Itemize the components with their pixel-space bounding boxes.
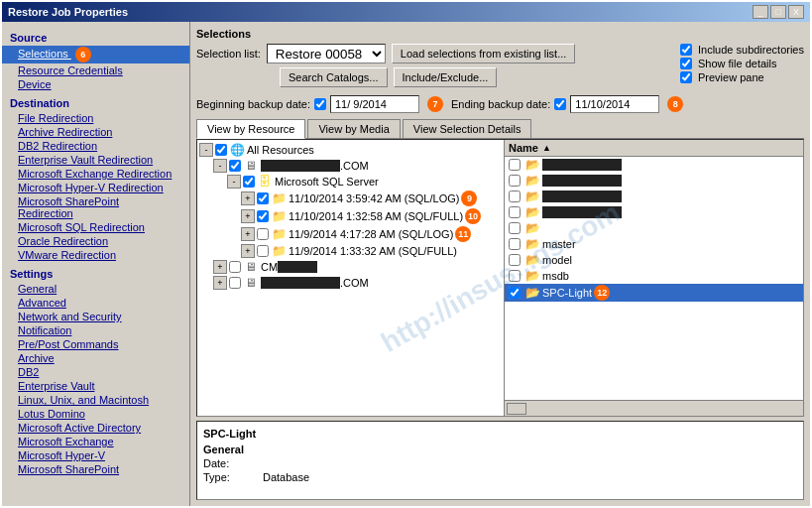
check-all-resources[interactable]	[215, 144, 227, 156]
sidebar-item-device[interactable]: Device	[2, 77, 189, 91]
main-panel: Selections Selection list: Restore 00058…	[190, 22, 810, 506]
network-icon: 🌐	[229, 143, 245, 157]
expand-com2[interactable]: +	[213, 276, 227, 290]
right-check-1[interactable]	[509, 159, 521, 171]
minimize-button[interactable]: _	[753, 5, 768, 19]
source-section-header: Source	[2, 30, 189, 46]
sidebar-item-db2[interactable]: DB2	[2, 365, 189, 379]
check-full1[interactable]	[257, 210, 269, 222]
sidebar-item-archive[interactable]: Archive	[2, 351, 189, 365]
check-full2[interactable]	[257, 245, 269, 257]
right-pane-scrollbar[interactable]	[505, 400, 803, 416]
right-row-4[interactable]: 📂	[505, 204, 803, 220]
right-row-5[interactable]: 📂	[505, 220, 803, 236]
sidebar-item-db2-redirection[interactable]: DB2 Redirection	[2, 139, 189, 153]
load-selections-button[interactable]: Load selections from existing list...	[392, 44, 576, 64]
badge-9: 9	[461, 190, 477, 206]
sidebar-item-sharepoint-redirection[interactable]: Microsoft SharePoint Redirection	[2, 194, 189, 220]
right-check-2[interactable]	[509, 175, 521, 187]
sidebar-item-network-security[interactable]: Network and Security	[2, 310, 189, 323]
check-cm[interactable]	[229, 261, 241, 273]
db-icon-master: 📂	[524, 237, 540, 251]
sidebar-item-ms-sharepoint[interactable]: Microsoft SharePoint	[2, 462, 189, 476]
right-check-msdb[interactable]	[509, 270, 521, 282]
model-label: model	[542, 254, 572, 266]
right-check-spc-light[interactable]	[509, 287, 521, 299]
expand-sql[interactable]: -	[227, 175, 241, 189]
tree-left: - 🌐 All Resources - 🖥 .COM	[197, 140, 505, 416]
sidebar-item-lotus[interactable]: Lotus Domino	[2, 407, 189, 421]
beginning-date-input[interactable]	[330, 95, 419, 113]
sidebar-item-ms-ad[interactable]: Microsoft Active Directory	[2, 421, 189, 435]
tab-view-by-resource[interactable]: View by Resource	[196, 119, 305, 139]
sidebar-item-ev[interactable]: Enterprise Vault	[2, 379, 189, 393]
com2-label	[261, 277, 340, 289]
right-row-1[interactable]: 📂	[505, 157, 803, 173]
sidebar-item-oracle-redirection[interactable]: Oracle Redirection	[2, 234, 189, 248]
selection-list-dropdown[interactable]: Restore 00058	[267, 44, 386, 64]
right-check-4[interactable]	[509, 206, 521, 218]
full1-label: 11/10/2014 1:32:58 AM (SQL/FULL)	[289, 210, 463, 222]
check-log2[interactable]	[257, 228, 269, 240]
right-row-msdb[interactable]: 📂 msdb	[505, 268, 803, 284]
date-detail-row: Date:	[203, 457, 797, 469]
right-check-3[interactable]	[509, 190, 521, 202]
ending-date-checkbox[interactable]	[554, 98, 566, 110]
tab-view-selection-details[interactable]: View Selection Details	[403, 119, 532, 138]
include-subdirs-checkbox[interactable]	[680, 44, 692, 56]
check-com1[interactable]	[229, 160, 241, 172]
sidebar-item-file-redirection[interactable]: File Redirection	[2, 111, 189, 125]
preview-pane-checkbox[interactable]	[680, 71, 692, 83]
db-icon-3: 📂	[524, 190, 540, 203]
sidebar-item-notification[interactable]: Notification	[2, 323, 189, 337]
check-sql[interactable]	[243, 176, 255, 188]
sidebar-item-advanced[interactable]: Advanced	[2, 296, 189, 310]
expand-all-resources[interactable]: -	[199, 143, 213, 157]
expand-log2[interactable]: +	[241, 227, 255, 241]
sidebar-item-ev-redirection[interactable]: Enterprise Vault Redirection	[2, 153, 189, 167]
sidebar-item-selections[interactable]: Selections 6	[2, 46, 189, 64]
right-row-spc-light[interactable]: 📂 SPC-Light 12	[505, 284, 803, 302]
right-row-master[interactable]: 📂 master	[505, 236, 803, 252]
right-row-2[interactable]: 📂	[505, 173, 803, 189]
close-button[interactable]: X	[788, 5, 804, 19]
sidebar-item-hyperv-redirection[interactable]: Microsoft Hyper-V Redirection	[2, 181, 189, 194]
right-row-3[interactable]: 📂	[505, 189, 803, 204]
right-check-master[interactable]	[509, 238, 521, 250]
cm-redacted	[278, 261, 317, 273]
expand-full2[interactable]: +	[241, 244, 255, 258]
sidebar-item-vmware-redirection[interactable]: VMware Redirection	[2, 248, 189, 262]
bottom-pane-title: SPC-Light	[203, 428, 797, 440]
sidebar-item-linux-mac[interactable]: Linux, Unix, and Macintosh	[2, 393, 189, 407]
check-com2[interactable]	[229, 277, 241, 289]
sidebar-item-exchange-redirection[interactable]: Microsoft Exchange Redirection	[2, 167, 189, 181]
sidebar-item-archive-redirection[interactable]: Archive Redirection	[2, 125, 189, 139]
sidebar-item-ms-hyperv[interactable]: Microsoft Hyper-V	[2, 448, 189, 462]
expand-log1[interactable]: +	[241, 191, 255, 205]
maximize-button[interactable]: □	[770, 5, 786, 19]
beginning-date-checkbox[interactable]	[314, 98, 326, 110]
com2-suffix: .COM	[340, 277, 369, 289]
right-row-model[interactable]: 📂 model	[505, 252, 803, 268]
sidebar-item-pre-post[interactable]: Pre/Post Commands	[2, 337, 189, 351]
right-check-5[interactable]	[509, 222, 521, 234]
include-exclude-button[interactable]: Include/Exclude...	[394, 67, 498, 87]
expand-cm[interactable]: +	[213, 260, 227, 274]
expand-full1[interactable]: +	[241, 209, 255, 223]
sidebar-item-resource-credentials[interactable]: Resource Credentials	[2, 64, 189, 77]
sidebar-item-general[interactable]: General	[2, 282, 189, 296]
ending-date-input[interactable]	[570, 95, 659, 113]
top-right-controls: Include subdirectories Show file details…	[680, 44, 804, 83]
tab-view-by-media[interactable]: View by Media	[307, 119, 400, 138]
sidebar-item-sql-redirection[interactable]: Microsoft SQL Redirection	[2, 220, 189, 234]
com1-suffix: .COM	[340, 160, 369, 172]
search-catalogs-button[interactable]: Search Catalogs...	[280, 67, 388, 87]
expand-com1[interactable]: -	[213, 159, 227, 173]
check-log1[interactable]	[257, 192, 269, 204]
db-icon-msdb: 📂	[524, 269, 540, 283]
tree-node-log2: + 📁 11/9/2014 4:17:28 AM (SQL/LOG) 11	[199, 225, 502, 243]
right-check-model[interactable]	[509, 254, 521, 266]
sidebar-item-ms-exchange[interactable]: Microsoft Exchange	[2, 435, 189, 448]
show-file-details-checkbox[interactable]	[680, 58, 692, 69]
folder-icon-1: 📁	[271, 191, 287, 205]
